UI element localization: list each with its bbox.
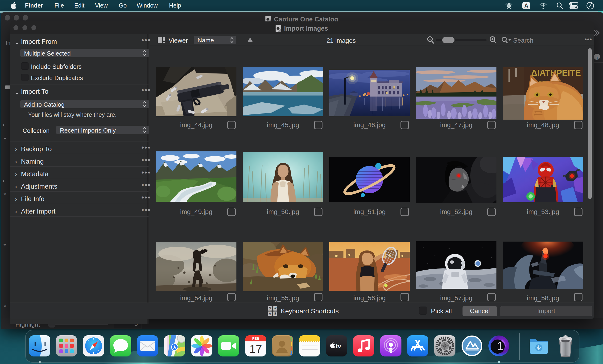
svg-text:tv: tv [336, 342, 341, 350]
svg-text:17: 17 [249, 342, 262, 355]
svg-text:FEB: FEB [252, 336, 259, 341]
svg-text:1: 1 [497, 339, 504, 353]
